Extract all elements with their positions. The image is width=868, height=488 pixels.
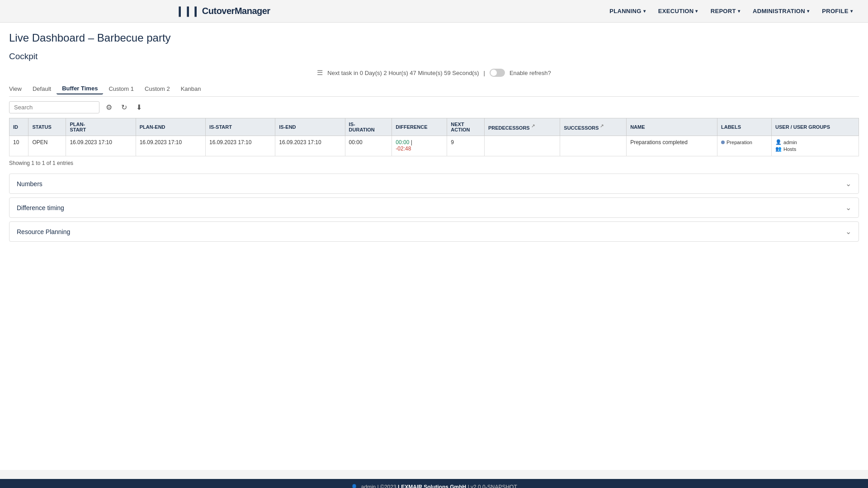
col-is-start: IS-START [205, 118, 275, 136]
enable-refresh-label: Enable refresh? [509, 70, 551, 76]
col-user: USER / USER GROUPS [772, 118, 859, 136]
col-is-duration: IS-DURATION [345, 118, 392, 136]
cell-plan-end: 16.09.2023 17:10 [136, 136, 205, 156]
next-task-bar: ☰ Next task in 0 Day(s) 2 Hour(s) 47 Min… [9, 69, 859, 77]
col-plan-start: PLAN-START [66, 118, 136, 136]
cell-is-start: 16.09.2023 17:10 [205, 136, 275, 156]
col-successors: SUCCESSORS ↗ [560, 118, 627, 136]
logo-icon: ❙❙❙ [175, 5, 199, 17]
next-task-text: Next task in 0 Day(s) 2 Hour(s) 47 Minut… [327, 70, 479, 76]
footer-user: admin [361, 484, 376, 488]
cell-name: Preparations completed [627, 136, 717, 156]
chevron-down-icon: ▾ [643, 9, 646, 14]
section-difference-timing-header[interactable]: Difference timing ⌄ [9, 198, 859, 217]
chevron-down-icon: ▾ [807, 9, 809, 14]
list-icon: ☰ [317, 69, 323, 77]
chevron-down-icon: ⌄ [845, 203, 851, 212]
section-difference-timing: Difference timing ⌄ [9, 197, 859, 218]
tab-default[interactable]: Default [27, 84, 57, 94]
cockpit-title: Cockpit [9, 52, 859, 61]
nav-item-execution[interactable]: EXECUTION ▾ [652, 0, 704, 23]
section-resource-planning-header[interactable]: Resource Planning ⌄ [9, 222, 859, 241]
main-content: Live Dashboard – Barbecue party Cockpit … [0, 23, 868, 470]
cell-next-action: 9 [447, 136, 485, 156]
tab-custom2[interactable]: Custom 2 [139, 84, 175, 94]
chevron-down-icon: ▾ [695, 9, 698, 14]
data-table: ID STATUS PLAN-START PLAN-END IS-START I… [9, 118, 859, 156]
section-numbers-label: Numbers [17, 180, 42, 188]
cell-successors [560, 136, 627, 156]
refresh-icon[interactable]: ↻ [118, 101, 130, 113]
download-icon[interactable]: ⬇ [133, 101, 145, 113]
col-difference: DIFFERENCE [392, 118, 447, 136]
difference-negative: -02:48 [396, 145, 411, 152]
section-resource-planning-label: Resource Planning [17, 228, 70, 235]
table-header-row: ID STATUS PLAN-START PLAN-END IS-START I… [9, 118, 859, 136]
col-predecessors: PREDECESSORS ↗ [484, 118, 560, 136]
label-badge: Preparation [721, 140, 752, 145]
section-numbers: Numbers ⌄ [9, 174, 859, 194]
col-name: NAME [627, 118, 717, 136]
user-hosts: 👥 Hosts [775, 146, 855, 152]
col-is-end: IS-END [275, 118, 345, 136]
chevron-down-icon: ⌄ [845, 179, 851, 188]
tab-buffer-times[interactable]: Buffer Times [57, 83, 103, 94]
cell-is-end: 16.09.2023 17:10 [275, 136, 345, 156]
navbar: ❙❙❙ CutoverManager PLANNING ▾ EXECUTION … [0, 0, 868, 23]
col-status: STATUS [28, 118, 66, 136]
user-icon: 👤 [775, 139, 782, 145]
col-labels: LABELS [717, 118, 772, 136]
difference-positive: 00:00 [396, 139, 409, 145]
cell-status: OPEN [28, 136, 66, 156]
brand-name: CutoverManager [202, 6, 270, 16]
view-bar: View Default Buffer Times Custom 1 Custo… [9, 83, 859, 97]
table-row: 10 OPEN 16.09.2023 17:10 16.09.2023 17:1… [9, 136, 859, 156]
enable-refresh-toggle[interactable] [490, 69, 505, 77]
label-dot-icon [721, 141, 725, 144]
footer-version: v2.0.0-SNAPSHOT [471, 484, 517, 488]
col-next-action: NEXTACTION [447, 118, 485, 136]
toolbar: ⚙ ↻ ⬇ [9, 101, 859, 113]
section-numbers-header[interactable]: Numbers ⌄ [9, 174, 859, 193]
filter-icon[interactable]: ⚙ [103, 101, 115, 113]
cell-is-duration: 00:00 [345, 136, 392, 156]
view-label: View [9, 85, 22, 92]
chevron-down-icon: ▾ [738, 9, 740, 14]
tab-custom1[interactable]: Custom 1 [103, 84, 139, 94]
brand-logo: ❙❙❙ CutoverManager [175, 5, 270, 17]
section-resource-planning: Resource Planning ⌄ [9, 221, 859, 242]
user-icon: 👤 [351, 484, 358, 488]
users-icon: 👥 [775, 146, 782, 152]
cell-difference: 00:00 | -02:48 [392, 136, 447, 156]
nav-links: PLANNING ▾ EXECUTION ▾ REPORT ▾ ADMINIST… [603, 0, 859, 23]
cell-id: 10 [9, 136, 28, 156]
nav-item-profile[interactable]: PROFILE ▾ [816, 0, 859, 23]
footer: 👤 admin | ©2023 LEXMAIR Solutions GmbH |… [0, 479, 868, 488]
cell-plan-start: 16.09.2023 17:10 [66, 136, 136, 156]
nav-item-administration[interactable]: ADMINISTRATION ▾ [746, 0, 816, 23]
footer-company: LEXMAIR Solutions GmbH [398, 484, 466, 488]
cell-labels: Preparation [717, 136, 772, 156]
chevron-down-icon: ⌄ [845, 227, 851, 236]
section-difference-timing-label: Difference timing [17, 204, 64, 211]
col-id: ID [9, 118, 28, 136]
chevron-down-icon: ▾ [850, 9, 853, 14]
page-title: Live Dashboard – Barbecue party [9, 32, 859, 44]
tab-kanban[interactable]: Kanban [175, 84, 207, 94]
search-input[interactable] [9, 101, 99, 113]
cell-predecessors [484, 136, 560, 156]
nav-item-report[interactable]: REPORT ▾ [704, 0, 746, 23]
footer-copyright: ©2023 [380, 484, 396, 488]
cell-users: 👤 admin 👥 Hosts [772, 136, 859, 156]
showing-text: Showing 1 to 1 of 1 entries [9, 160, 859, 166]
col-plan-end: PLAN-END [136, 118, 205, 136]
user-admin: 👤 admin [775, 139, 855, 145]
nav-item-planning[interactable]: PLANNING ▾ [603, 0, 652, 23]
